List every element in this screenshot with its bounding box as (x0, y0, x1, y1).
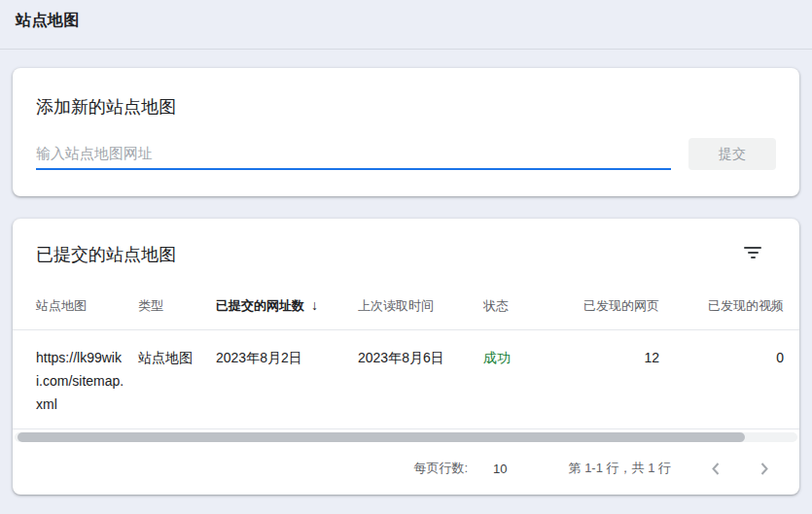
submitted-sitemaps-card: 已提交的站点地图 站点地图 类型 已提交的网址数↓ 上次读取时间 状态 已发现的… (13, 219, 799, 495)
column-header-sitemap[interactable]: 站点地图 (36, 297, 138, 315)
next-page-button[interactable] (753, 457, 776, 480)
rows-per-page-value[interactable]: 10 (493, 462, 507, 476)
cell-type: 站点地图 (138, 346, 216, 416)
column-header-submitted-urls-label: 已提交的网址数 (216, 298, 304, 313)
sort-descending-icon: ↓ (311, 297, 318, 313)
table-row[interactable]: https://lk99wiki.com/sitemap.xml 站点地图 20… (13, 330, 799, 429)
previous-page-button[interactable] (704, 457, 727, 480)
cell-sitemap-url[interactable]: https://lk99wiki.com/sitemap.xml (36, 346, 138, 416)
chevron-right-icon (760, 463, 768, 475)
pagination-bar: 每页行数: 10 第 1-1 行，共 1 行 (13, 442, 799, 495)
cell-submitted-date: 2023年8月2日 (216, 346, 358, 416)
page-header: 站点地图 (0, 0, 812, 50)
sitemap-url-input[interactable] (36, 139, 671, 170)
chevron-left-icon (712, 463, 720, 475)
cell-discovered-videos: 0 (659, 346, 784, 416)
column-header-status[interactable]: 状态 (483, 297, 578, 315)
column-header-discovered-videos[interactable]: 已发现的视频 (659, 297, 784, 315)
submitted-card-title: 已提交的站点地图 (13, 219, 799, 267)
page-title: 站点地图 (16, 11, 796, 31)
rows-per-page-label: 每页行数: (413, 460, 468, 477)
cell-status-badge: 成功 (483, 346, 578, 416)
table-header-row: 站点地图 类型 已提交的网址数↓ 上次读取时间 状态 已发现的网页 已发现的视频 (13, 282, 799, 330)
cell-discovered-pages: 12 (578, 346, 659, 416)
add-sitemap-card: 添加新的站点地图 提交 (13, 68, 799, 196)
submit-button[interactable]: 提交 (688, 138, 776, 170)
add-sitemap-card-title: 添加新的站点地图 (36, 68, 776, 120)
column-header-last-read[interactable]: 上次读取时间 (358, 297, 483, 315)
column-header-discovered-pages[interactable]: 已发现的网页 (578, 297, 659, 315)
horizontal-scrollbar-thumb[interactable] (18, 432, 745, 442)
pagination-range-label: 第 1-1 行，共 1 行 (569, 460, 671, 477)
cell-last-read-date: 2023年8月6日 (358, 346, 483, 416)
add-sitemap-form: 提交 (36, 138, 776, 170)
column-header-type[interactable]: 类型 (138, 297, 216, 315)
filter-list-icon[interactable] (743, 245, 762, 260)
horizontal-scrollbar-track[interactable] (15, 432, 797, 442)
column-header-submitted-urls[interactable]: 已提交的网址数↓ (216, 297, 358, 315)
